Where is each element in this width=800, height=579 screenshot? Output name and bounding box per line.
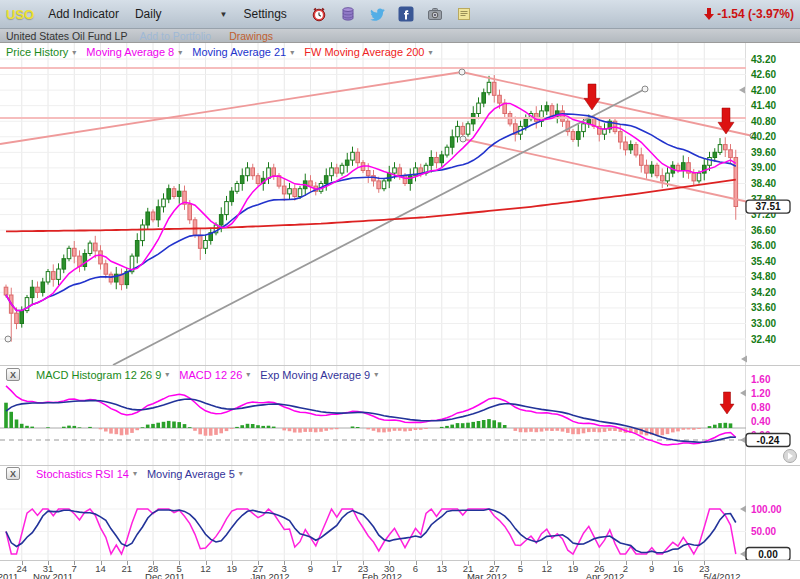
legend-item[interactable]: Moving Average 5 — [147, 468, 235, 480]
legend-item[interactable]: FW Moving Average 200 — [304, 46, 424, 58]
svg-text:34.80: 34.80 — [751, 271, 776, 282]
svg-text:36.00: 36.00 — [751, 240, 776, 251]
dropdown-caret-icon[interactable]: ▾ — [246, 370, 250, 379]
down-arrow-icon — [704, 8, 714, 20]
day-label: 17 — [331, 563, 342, 574]
legend-item[interactable]: Moving Average 21 — [192, 46, 286, 58]
macd-axis: 1.601.200.800.400.00-0.24 — [740, 374, 797, 463]
svg-text:1.60: 1.60 — [751, 374, 771, 385]
trendline-drawings — [0, 68, 756, 365]
day-label: 19 — [226, 563, 237, 574]
svg-text:43.20: 43.20 — [751, 54, 776, 65]
price-axis: 43.2042.6042.0041.4040.8040.2039.6039.00… — [739, 54, 790, 363]
legend-item[interactable]: MACD Histogram 12 26 9 — [36, 369, 161, 381]
chevron-down-icon: ▼ — [220, 10, 228, 19]
day-label: 12 — [541, 563, 552, 574]
dropdown-caret-icon[interactable]: ▾ — [165, 370, 169, 379]
svg-text:0.40: 0.40 — [751, 416, 771, 427]
day-label: 14 — [95, 563, 106, 574]
svg-text:39.00: 39.00 — [751, 162, 776, 173]
svg-text:50.00: 50.00 — [751, 526, 776, 537]
svg-text:0.80: 0.80 — [751, 402, 771, 413]
dropdown-caret-icon[interactable]: ▾ — [428, 48, 432, 57]
svg-text:40.20: 40.20 — [751, 131, 776, 142]
date-axis: 2431714212851219273917233061321275121926… — [0, 560, 800, 579]
company-name: United States Oil Fund LP — [6, 30, 127, 42]
dropdown-caret-icon[interactable]: ▾ — [178, 48, 182, 57]
month-label: Jan 2012 — [250, 571, 289, 579]
day-label: 6 — [413, 563, 418, 574]
macd-lines — [6, 386, 736, 445]
grid — [0, 43, 746, 365]
month-label: 5/4/2012 — [704, 571, 741, 579]
day-label: 9 — [308, 563, 313, 574]
svg-text:34.20: 34.20 — [751, 287, 776, 298]
svg-text:39.60: 39.60 — [751, 147, 776, 158]
svg-text:37.51: 37.51 — [755, 201, 780, 212]
day-label: 9 — [649, 563, 654, 574]
change-value: -1.54 (-3.97%) — [717, 7, 794, 21]
dropdown-caret-icon[interactable]: ▾ — [133, 469, 137, 478]
facebook-icon[interactable] — [398, 6, 414, 22]
legend-item[interactable]: MACD 12 26 — [179, 369, 242, 381]
timeframe-dropdown[interactable]: Daily ▼ — [135, 7, 228, 21]
svg-text:35.40: 35.40 — [751, 256, 776, 267]
symbol-info-bar: United States Oil Fund LP Add to Portfol… — [0, 29, 800, 43]
stoch-axis: 100.0050.000.00 — [740, 504, 790, 561]
candles — [4, 75, 737, 342]
add-indicator-button[interactable]: Add Indicator — [48, 7, 119, 21]
svg-text:42.00: 42.00 — [751, 85, 776, 96]
svg-text:42.60: 42.60 — [751, 69, 776, 80]
grid — [0, 466, 746, 560]
svg-text:33.00: 33.00 — [751, 318, 776, 329]
settings-button[interactable]: Settings — [243, 7, 286, 21]
chart-area: 43.2042.6042.0041.4040.8040.2039.6039.00… — [0, 43, 800, 579]
legend-item[interactable]: Stochastics RSI 14 — [36, 468, 129, 480]
day-label: 16 — [673, 563, 684, 574]
svg-text:-0.24: -0.24 — [757, 435, 780, 446]
svg-text:36.60: 36.60 — [751, 225, 776, 236]
day-label: 13 — [436, 563, 447, 574]
svg-text:0.00: 0.00 — [758, 549, 778, 560]
month-label: Mar 2012 — [467, 571, 507, 579]
month-label: Feb 2012 — [362, 571, 402, 579]
dropdown-caret-icon[interactable]: ▾ — [290, 48, 294, 57]
panel-close-button[interactable]: X — [6, 368, 20, 381]
macd-panel-legend: XMACD Histogram 12 26 9▾MACD 12 26▾Exp M… — [6, 368, 380, 381]
dropdown-caret-icon[interactable]: ▾ — [72, 48, 76, 57]
notes-icon[interactable] — [456, 6, 472, 22]
database-icon[interactable] — [340, 6, 356, 22]
camera-icon[interactable] — [427, 6, 443, 22]
symbol-label: USO — [6, 7, 34, 22]
drawings-link[interactable]: Drawings — [229, 30, 273, 42]
price-change: -1.54 (-3.97%) — [704, 7, 794, 21]
legend-item[interactable]: Price History — [6, 46, 68, 58]
month-label: Nov 2011 — [33, 571, 73, 579]
dropdown-caret-icon[interactable]: ▾ — [239, 469, 243, 478]
svg-text:38.40: 38.40 — [751, 178, 776, 189]
alarm-icon[interactable] — [311, 6, 327, 22]
day-label: 5 — [518, 563, 523, 574]
svg-text:32.40: 32.40 — [751, 334, 776, 345]
svg-text:33.60: 33.60 — [751, 302, 776, 313]
month-label: Dec 2011 — [145, 571, 185, 579]
day-label: 21 — [121, 563, 132, 574]
svg-text:41.40: 41.40 — [751, 100, 776, 111]
dropdown-caret-icon[interactable]: ▾ — [374, 370, 378, 379]
month-label: Apr 2012 — [586, 571, 625, 579]
top-toolbar: USO Add Indicator Daily ▼ Settings -1.54… — [0, 0, 800, 29]
twitter-icon[interactable] — [369, 6, 385, 22]
macd-histogram — [4, 403, 732, 436]
add-to-portfolio-link[interactable]: Add to Portfolio — [139, 30, 211, 42]
panel-close-button[interactable]: X — [6, 467, 20, 480]
timeframe-value: Daily — [135, 7, 162, 21]
day-label: 12 — [200, 563, 211, 574]
price-panel-legend: Price History▾Moving Average 8▾Moving Av… — [6, 46, 435, 58]
legend-item[interactable]: Moving Average 8 — [86, 46, 174, 58]
stoch-panel-legend: XStochastics RSI 14▾Moving Average 5▾ — [6, 467, 245, 480]
svg-text:1.20: 1.20 — [751, 388, 771, 399]
svg-text:40.80: 40.80 — [751, 116, 776, 127]
price-chart-panel[interactable]: 43.2042.6042.0041.4040.8040.2039.6039.00… — [0, 43, 800, 365]
legend-item[interactable]: Exp Moving Average 9 — [260, 369, 370, 381]
day-label: 19 — [568, 563, 579, 574]
